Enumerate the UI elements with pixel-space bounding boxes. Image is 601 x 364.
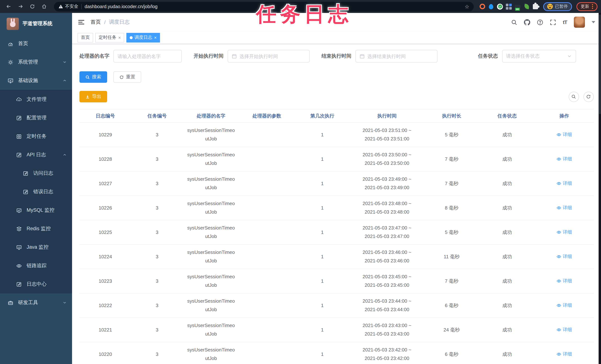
hamburger-icon[interactable] bbox=[78, 19, 85, 25]
log-id-cell: 10226 bbox=[99, 205, 112, 211]
back-icon[interactable] bbox=[4, 2, 13, 11]
table-row: 10221 3 sysUserSessionTimeoutJob 1 2021-… bbox=[80, 318, 594, 342]
orange-ring-extension-icon[interactable] bbox=[479, 3, 486, 10]
log-id-cell: 10227 bbox=[99, 181, 112, 186]
export-button[interactable]: 导出 bbox=[80, 91, 107, 102]
duration-cell: 7 毫秒 bbox=[445, 181, 459, 186]
sidebar-item-infrastructure[interactable]: 基础设施 bbox=[0, 71, 72, 90]
reload-icon[interactable] bbox=[27, 2, 37, 11]
help-icon[interactable] bbox=[537, 19, 543, 25]
home-icon[interactable] bbox=[39, 2, 49, 11]
duration-cell: 24 毫秒 bbox=[444, 327, 460, 332]
chevron-down-icon bbox=[567, 54, 572, 59]
filter-label: 任务状态 bbox=[478, 53, 498, 60]
detail-link[interactable]: 详细 bbox=[556, 180, 572, 186]
sidebar-item-log-center[interactable]: 日志中心 bbox=[0, 275, 72, 293]
detail-link[interactable]: 详细 bbox=[556, 204, 572, 211]
menu-dots-icon[interactable] bbox=[592, 4, 593, 9]
sidebar-item-config-management[interactable]: 配置管理 bbox=[0, 109, 72, 127]
handler-name-input[interactable] bbox=[113, 50, 182, 62]
bookmark-star-icon[interactable]: ☆ bbox=[465, 3, 469, 10]
breadcrumb-home[interactable]: 首页 bbox=[90, 19, 101, 26]
paused-extension-badge[interactable]: 已暂停 bbox=[543, 2, 572, 11]
close-icon[interactable]: × bbox=[118, 35, 121, 40]
column-header: 执行时间 bbox=[350, 109, 424, 122]
search-icon[interactable] bbox=[511, 19, 518, 25]
detail-link[interactable]: 详细 bbox=[556, 156, 572, 162]
address-bar[interactable]: 不安全 dashboard.yudao.iocoder.cn/job/log ☆ bbox=[54, 2, 474, 11]
status-cell: 成功 bbox=[502, 254, 512, 259]
green-check-extension-icon[interactable] bbox=[497, 3, 503, 10]
detail-link[interactable]: 详细 bbox=[556, 131, 572, 138]
sidebar-item-access-log[interactable]: 访问日志 bbox=[0, 164, 72, 182]
sidebar-item-java-monitor[interactable]: Java 监控 bbox=[0, 238, 72, 256]
end-time-input[interactable] bbox=[355, 50, 438, 62]
chevron-up-icon bbox=[62, 153, 67, 157]
detail-link[interactable]: 详细 bbox=[556, 229, 572, 235]
table-row: 10229 3 sysUserSessionTimeoutJob 1 2021-… bbox=[80, 122, 594, 147]
sidebar-item-label: 文件管理 bbox=[27, 96, 47, 103]
sidebar-item-redis-monitor[interactable]: Redis 监控 bbox=[0, 220, 72, 238]
sidebar-item-api-log[interactable]: API 日志 bbox=[0, 146, 72, 164]
fullscreen-icon[interactable] bbox=[550, 19, 556, 25]
job-id-cell: 3 bbox=[156, 303, 158, 308]
browser-toolbar: 不安全 dashboard.yudao.iocoder.cn/job/log ☆… bbox=[0, 0, 601, 13]
puzzle-extensions-icon[interactable] bbox=[532, 3, 539, 10]
on-switch-extension-icon[interactable]: on bbox=[514, 3, 521, 10]
chevron-down-icon bbox=[62, 300, 67, 305]
toggle-search-button[interactable] bbox=[569, 91, 579, 102]
detail-link[interactable]: 详细 bbox=[556, 351, 572, 357]
sidebar-item-mysql-monitor[interactable]: MySQL 监控 bbox=[0, 201, 72, 220]
execute-index-cell: 1 bbox=[321, 254, 323, 259]
blue-drop-extension-icon[interactable] bbox=[488, 3, 494, 10]
handler-name-cell: sysUserSessionTimeoutJob bbox=[186, 249, 236, 265]
github-icon[interactable] bbox=[524, 19, 531, 25]
status-cell: 成功 bbox=[502, 181, 512, 186]
execute-index-cell: 1 bbox=[321, 156, 323, 162]
browser-update-button[interactable]: 更新 bbox=[576, 2, 597, 11]
emoji-avatar-icon bbox=[547, 4, 553, 9]
sidebar-item-error-log[interactable]: 错误日志 bbox=[0, 182, 72, 201]
app-logo-row[interactable]: 芋道管理系统 bbox=[0, 13, 72, 34]
url-text[interactable]: dashboard.yudao.iocoder.cn/job/log bbox=[85, 4, 158, 9]
handler-name-cell: sysUserSessionTimeoutJob bbox=[186, 127, 236, 143]
calendar-icon bbox=[360, 54, 365, 59]
warning-triangle-icon bbox=[58, 4, 63, 9]
not-secure-warning[interactable]: 不安全 bbox=[58, 3, 78, 10]
sidebar-item-trace[interactable]: 链路追踪 bbox=[0, 256, 72, 275]
sidebar-item-scheduled-jobs[interactable]: 定时任务 bbox=[0, 127, 72, 146]
filter-form: 处理器的名字 开始执行时间 结束执行时间 bbox=[80, 50, 594, 62]
job-status-select[interactable]: 请选择任务状态 bbox=[502, 50, 576, 62]
reset-button[interactable]: 重置 bbox=[113, 71, 141, 83]
tag-scheduled-jobs[interactable]: 定时任务 × bbox=[95, 33, 124, 42]
detail-link[interactable]: 详细 bbox=[556, 253, 572, 260]
start-time-input[interactable] bbox=[228, 50, 310, 62]
sidebar-item-file-management[interactable]: 文件管理 bbox=[0, 90, 72, 109]
toolbox-icon bbox=[8, 300, 13, 305]
grid-extension-icon[interactable] bbox=[505, 3, 512, 10]
sidebar-item-devtools[interactable]: 研发工具 bbox=[0, 293, 72, 312]
eye-icon bbox=[556, 132, 561, 137]
refresh-table-button[interactable] bbox=[583, 91, 594, 102]
sidebar-item-system[interactable]: 系统管理 bbox=[0, 53, 72, 71]
search-button[interactable]: 搜索 bbox=[80, 71, 107, 83]
app-navbar: 首页 / 调度日志 tT bbox=[72, 13, 601, 31]
user-avatar[interactable] bbox=[574, 17, 585, 28]
tag-job-log-active[interactable]: 调度日志 × bbox=[126, 33, 160, 42]
close-icon[interactable]: × bbox=[154, 35, 157, 40]
leaf-extension-icon[interactable] bbox=[523, 3, 530, 10]
forward-icon[interactable] bbox=[16, 2, 25, 11]
tag-home[interactable]: 首页 bbox=[78, 33, 93, 42]
avatar-caret-icon[interactable] bbox=[591, 21, 595, 23]
download-icon bbox=[85, 94, 90, 99]
page-scrollbar[interactable] bbox=[598, 13, 601, 364]
cloud-upload-icon bbox=[16, 97, 22, 102]
font-size-icon[interactable]: tT bbox=[563, 19, 567, 25]
sidebar-item-home[interactable]: 首页 bbox=[0, 34, 72, 53]
detail-link[interactable]: 详细 bbox=[556, 278, 572, 284]
handler-name-cell: sysUserSessionTimeoutJob bbox=[186, 175, 236, 192]
detail-link[interactable]: 详细 bbox=[556, 326, 572, 333]
duration-cell: 5 毫秒 bbox=[445, 229, 459, 235]
gear-icon bbox=[8, 59, 13, 65]
detail-link[interactable]: 详细 bbox=[556, 302, 572, 308]
